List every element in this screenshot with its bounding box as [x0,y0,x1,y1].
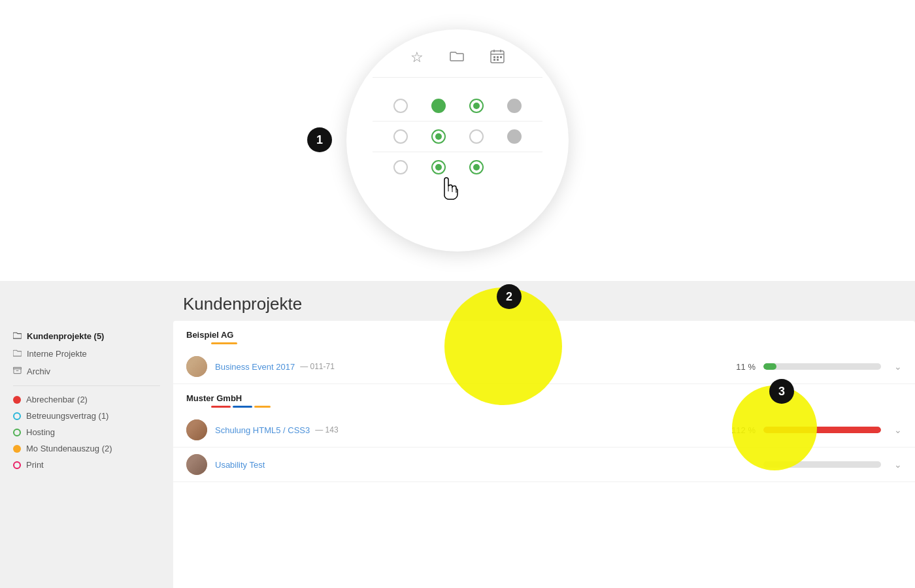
project-id-schulung: — 143 [315,425,338,434]
radio-green-ring-3[interactable] [431,160,446,174]
radio-green-ring-2[interactable] [431,129,446,144]
folder-icon[interactable] [450,49,464,67]
circle-popup[interactable]: ☆ [346,29,569,252]
sidebar-label-kundenprojekte: Kundenprojekte (5) [27,331,104,341]
project-info-usability: Usability Test [215,460,715,470]
avatar-business [186,356,207,377]
progress-bar-business [763,363,881,370]
svg-rect-5 [497,56,499,58]
sidebar-item-kundenprojekte[interactable]: Kundenprojekte (5) [13,327,160,345]
sidebar-label-archiv: Archiv [27,367,50,376]
tag-label-mo: Mo Stundenauszug (2) [26,444,112,453]
progress-fill-business [763,363,776,370]
radio-green-ring-4[interactable] [469,160,484,174]
tag-label-betreuungsvertrag: Betreuungsvertrag (1) [26,411,108,421]
tag-ring-betreuungsvertrag [13,412,21,420]
radio-row-1 [373,91,542,122]
color-bar-item-1 [211,342,237,344]
step-badge-3: 3 [769,379,794,404]
tag-label-hosting: Hosting [26,427,55,437]
project-link-business[interactable]: Business Event 2017 [215,362,295,372]
icon-row: ☆ [373,49,542,78]
color-bar-item-blue [233,406,252,408]
tag-dot-mo [13,445,21,453]
svg-rect-6 [500,56,502,58]
svg-rect-4 [493,56,495,58]
svg-rect-8 [497,59,499,61]
folder-icon-1 [13,331,22,341]
archive-icon [13,367,22,376]
project-info-schulung: Schulung HTML5 / CSS3 — 143 [215,425,715,435]
radio-gray-filled-1[interactable] [507,99,522,113]
project-link-schulung[interactable]: Schulung HTML5 / CSS3 [215,425,310,435]
tag-label-abrechenbar: Abrechenbar (2) [26,395,88,404]
radio-row-3 [373,152,542,182]
radio-empty-4[interactable] [393,160,408,174]
radio-green-filled[interactable] [431,99,446,113]
project-link-usability[interactable]: Usability Test [215,460,265,470]
tag-abrechenbar[interactable]: Abrechenbar (2) [13,391,160,408]
color-bar-item-red [211,406,231,408]
tag-ring-print [13,461,21,469]
tag-ring-hosting [13,429,21,436]
radio-empty-3[interactable] [469,129,484,144]
tag-print[interactable]: Print [13,457,160,473]
radio-row-2 [373,122,542,152]
sidebar-item-interne[interactable]: Interne Projekte [13,345,160,363]
color-bar-item-orange [254,406,271,408]
calendar-icon[interactable] [490,49,505,67]
avatar-schulung [186,419,207,440]
avatar-usability [186,454,207,475]
chevron-down-usability[interactable]: ⌄ [894,459,902,470]
radio-empty-1[interactable] [393,99,408,113]
svg-rect-13 [13,367,21,368]
tag-hosting[interactable]: Hosting [13,424,160,440]
chevron-down-schulung[interactable]: ⌄ [894,425,902,435]
project-percent-business: 11 % [723,362,756,372]
sidebar-item-archiv[interactable]: Archiv [13,363,160,380]
step-badge-2: 2 [497,284,522,309]
project-id-business: — 011-71 [300,362,335,371]
radio-green-ring-1[interactable] [469,99,484,113]
radio-gray-filled-2[interactable] [507,129,522,144]
sidebar-divider [13,385,160,386]
svg-rect-7 [493,59,495,61]
step-badge-1: 1 [307,127,332,152]
chevron-down-business[interactable]: ⌄ [894,361,902,372]
folder-icon-2 [13,349,22,359]
sidebar: Kundenprojekte (5) Interne Projekte [0,321,173,588]
tag-betreuungsvertrag[interactable]: Betreuungsvertrag (1) [13,408,160,424]
tag-mo-stundenauszug[interactable]: Mo Stundenauszug (2) [13,440,160,457]
sidebar-label-interne: Interne Projekte [27,349,87,359]
tag-dot-abrechenbar [13,396,21,404]
star-icon[interactable]: ☆ [410,49,424,67]
top-section: ☆ [0,0,915,281]
radio-empty-2[interactable] [393,129,408,144]
tag-label-print: Print [26,460,44,470]
